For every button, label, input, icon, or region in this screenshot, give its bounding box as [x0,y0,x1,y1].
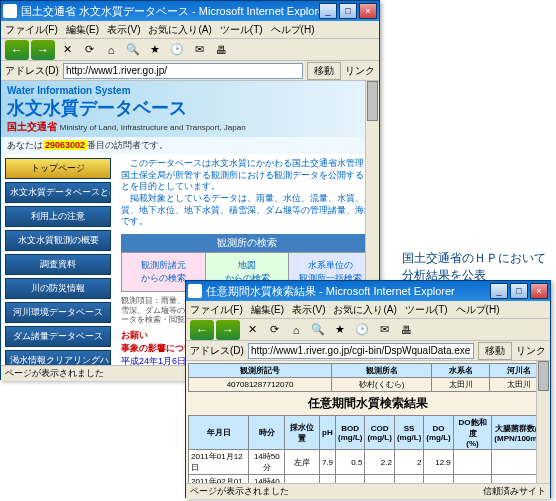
print-icon[interactable]: 🖶 [396,321,416,339]
close-button[interactable]: × [530,283,548,299]
zone-label: 信頼済みサイト [483,485,546,498]
meta-header: 観測所名 [332,364,432,378]
menu-tools[interactable]: ツール(T) [220,23,263,37]
address-input[interactable] [248,343,474,359]
menu-fav[interactable]: お気に入り(A) [333,303,396,317]
table-cell: 2.2 [365,450,394,475]
table-cell: 2011年01月12日 [189,450,249,475]
address-label: アドレス(D) [190,344,244,358]
go-button[interactable]: 移動 [478,342,512,360]
result-title: 任意期間水質検索結果 [188,392,548,415]
annotation-text: 国土交通省のＨＰにおいて 分析結果を公表 [402,250,546,284]
status-text: ページが表示されました [5,367,104,380]
toolbar: ← → ✕ ⟳ ⌂ 🔍 ★ 🕑 ✉ 🖶 [186,319,550,341]
refresh-icon[interactable]: ⟳ [264,321,284,339]
sidebar-item[interactable]: 河川環境データベース [5,302,111,323]
menu-edit[interactable]: 編集(E) [251,303,284,317]
table-cell [453,475,492,484]
go-button[interactable]: 移動 [307,62,341,80]
data-header: DO (mg/L) [424,416,453,450]
sidebar-item[interactable]: 利用上の注意 [5,206,111,227]
sidebar-item[interactable]: 川の防災情報 [5,278,111,299]
titlebar[interactable]: 任意期間水質検索結果 - Microsoft Internet Explorer… [186,281,550,301]
menubar: ファイル(F) 編集(E) 表示(V) お気に入り(A) ツール(T) ヘルプ(… [1,21,379,39]
side-menu: トップページ 水文水質データベースとは 利用上の注意 水文水質観測の概要 調査資… [1,154,115,365]
table-cell: 14時50分 [249,450,285,475]
search-icon[interactable]: 🔍 [308,321,328,339]
print-icon[interactable]: 🖶 [211,41,231,59]
menu-file[interactable]: ファイル(F) [190,303,243,317]
menu-fav[interactable]: お気に入り(A) [148,23,211,37]
home-icon[interactable]: ⌂ [286,321,306,339]
ministry-label: 国土交通省 [7,121,57,132]
station-meta-table: 観測所記号 観測所名 水系名 河川名 407081287712070 砂村(くむ… [188,363,548,392]
sidebar-item[interactable]: ダム諸量データベース [5,326,111,347]
site-banner: Water Information System 水文水質データベース 国土交通… [1,81,379,137]
page-content: 観測所記号 観測所名 水系名 河川名 407081287712070 砂村(くむ… [186,361,550,483]
search-icon[interactable]: 🔍 [123,41,143,59]
back-button[interactable]: ← [190,320,214,340]
links-label[interactable]: リンク [516,344,546,358]
system-label: Water Information System [7,85,373,96]
favorites-icon[interactable]: ★ [330,321,350,339]
back-button[interactable]: ← [5,40,29,60]
visitor-counter: あなたは29063002番目の訪問者です。 [1,137,379,154]
menu-tools[interactable]: ツール(T) [405,303,448,317]
search-header: 観測所の検索 [121,234,373,252]
table-cell: 1.5 [365,475,394,484]
browser-window-results: 任意期間水質検索結果 - Microsoft Internet Explorer… [185,280,551,498]
close-button[interactable]: × [359,3,377,19]
sidebar-item[interactable]: 渇水情報クリアリングハウス [5,350,111,365]
data-header: DO飽和度 (%) [453,416,492,450]
menu-view[interactable]: 表示(V) [292,303,325,317]
site-title: 水文水質データベース [7,96,373,120]
stop-icon[interactable]: ✕ [242,321,262,339]
table-cell: 左岸 [285,475,319,484]
table-cell: 7.9 [319,450,335,475]
address-label: アドレス(D) [5,64,59,78]
sidebar-item[interactable]: 調査資料 [5,254,111,275]
data-header: COD (mg/L) [365,416,394,450]
sidebar-item[interactable]: 水文水質観測の概要 [5,230,111,251]
table-cell: 1 [394,475,423,484]
address-bar: アドレス(D) 移動 リンク [186,341,550,361]
maximize-button[interactable]: □ [339,3,357,19]
minimize-button[interactable]: _ [319,3,337,19]
menu-view[interactable]: 表示(V) [107,23,140,37]
window-title: 任意期間水質検索結果 - Microsoft Internet Explorer [206,284,490,299]
favorites-icon[interactable]: ★ [145,41,165,59]
forward-button[interactable]: → [31,40,55,60]
mail-icon[interactable]: ✉ [189,41,209,59]
sidebar-item-top[interactable]: トップページ [5,158,111,179]
meta-cell: 砂村(くむら) [332,378,432,392]
stop-icon[interactable]: ✕ [57,41,77,59]
menu-help[interactable]: ヘルプ(H) [271,23,315,37]
vertical-scrollbar[interactable] [536,361,550,483]
links-label[interactable]: リンク [345,64,375,78]
home-icon[interactable]: ⌂ [101,41,121,59]
menu-file[interactable]: ファイル(F) [5,23,58,37]
ie-icon [3,4,17,18]
maximize-button[interactable]: □ [510,283,528,299]
data-header: 時分 [249,416,285,450]
forward-button[interactable]: → [216,320,240,340]
sidebar-item[interactable]: 水文水質データベースとは [5,182,111,203]
table-cell: 7.4 [319,475,335,484]
meta-cell: 407081287712070 [189,378,332,392]
minimize-button[interactable]: _ [490,283,508,299]
address-input[interactable] [63,63,303,79]
refresh-icon[interactable]: ⟳ [79,41,99,59]
mail-icon[interactable]: ✉ [374,321,394,339]
table-cell: 14時40分 [249,475,285,484]
statusbar: ページが表示されました 信頼済みサイト [186,483,550,499]
data-header: pH [319,416,335,450]
menu-help[interactable]: ヘルプ(H) [456,303,500,317]
menu-edit[interactable]: 編集(E) [66,23,99,37]
result-data-table: 年月日時分採水位置pHBOD (mg/L)COD (mg/L)SS (mg/L)… [188,415,548,483]
status-text: ページが表示されました [190,485,289,498]
history-icon[interactable]: 🕑 [167,41,187,59]
titlebar[interactable]: 国土交通省 水文水質データベース - Microsoft Internet Ex… [1,1,379,21]
table-cell: 左岸 [285,450,319,475]
history-icon[interactable]: 🕑 [352,321,372,339]
address-bar: アドレス(D) 移動 リンク [1,61,379,81]
